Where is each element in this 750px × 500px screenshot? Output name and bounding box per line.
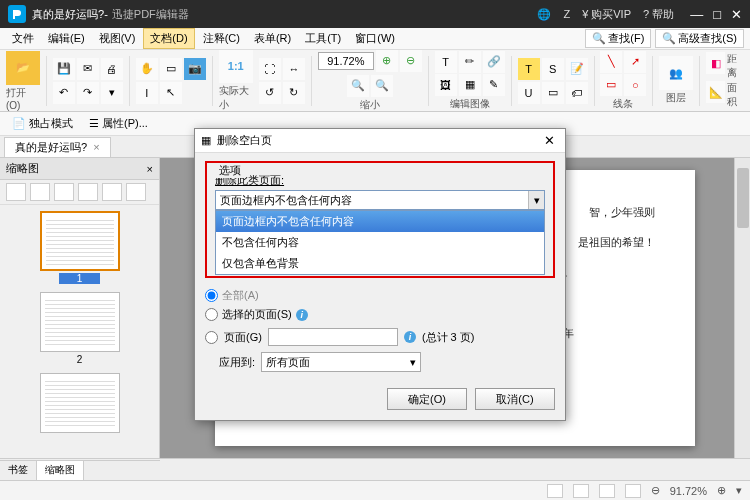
radio-selected[interactable]: [205, 308, 218, 321]
menu-view[interactable]: 视图(V): [93, 29, 142, 48]
status-zoom-dropdown-icon[interactable]: ▾: [736, 484, 742, 497]
zoom-input[interactable]: [318, 52, 374, 70]
cancel-button[interactable]: 取消(C): [475, 388, 555, 410]
rotate-left-icon[interactable]: ↺: [259, 82, 281, 104]
user-label[interactable]: Z: [563, 8, 570, 20]
thumbnails-panel[interactable]: 1 2: [0, 205, 159, 458]
buy-vip-button[interactable]: ¥ 购买VIP: [582, 7, 631, 22]
menu-window[interactable]: 窗口(W): [349, 29, 401, 48]
radio-all[interactable]: [205, 289, 218, 302]
dialog-titlebar[interactable]: ▦ 删除空白页 ✕: [195, 129, 565, 153]
marquee-zoom-icon[interactable]: 🔍: [371, 75, 393, 97]
menu-file[interactable]: 文件: [6, 29, 40, 48]
fit-width-icon[interactable]: ↔: [283, 58, 305, 80]
help-button[interactable]: ? 帮助: [643, 7, 674, 22]
minimize-button[interactable]: —: [690, 7, 703, 22]
edit-text-icon[interactable]: T: [435, 51, 457, 73]
status-zoom-out-icon[interactable]: ⊖: [651, 484, 660, 497]
apply-to-select[interactable]: 所有页面 ▾: [261, 352, 421, 372]
arrow-icon[interactable]: ➚: [624, 51, 646, 73]
fit-page-icon[interactable]: ⛶: [259, 58, 281, 80]
tab-close-icon[interactable]: ×: [93, 141, 99, 153]
option-no-content[interactable]: 不包含任何内容: [216, 232, 544, 253]
menu-comment[interactable]: 注释(C): [197, 29, 246, 48]
zoom-out-icon[interactable]: ⊖: [400, 50, 422, 72]
circle-icon[interactable]: ○: [624, 74, 646, 96]
thumb-tool-5[interactable]: [102, 183, 122, 201]
eraser-icon[interactable]: ◧: [706, 52, 725, 74]
exclusive-mode-button[interactable]: 📄 独占模式: [8, 115, 77, 132]
pages-input[interactable]: [268, 328, 398, 346]
info-icon-2[interactable]: i: [404, 331, 416, 343]
mail-icon[interactable]: ✉: [77, 58, 99, 80]
adv-find-button[interactable]: 🔍高级查找(S): [655, 29, 744, 48]
globe-icon[interactable]: 🌐: [537, 8, 551, 21]
option-bbox-empty[interactable]: 页面边框内不包含任何内容: [216, 211, 544, 232]
rotate-right-icon[interactable]: ↻: [283, 82, 305, 104]
thumbnail-3[interactable]: [35, 373, 125, 433]
properties-button[interactable]: ☰ 属性(P)...: [85, 115, 152, 132]
thumb-tool-6[interactable]: [126, 183, 146, 201]
stamp-icon[interactable]: 🏷: [566, 82, 588, 104]
more-icon[interactable]: ▾: [101, 82, 123, 104]
line-icon[interactable]: ╲: [600, 51, 622, 73]
layers-button[interactable]: 👥: [659, 56, 693, 90]
view-mode-1-icon[interactable]: [547, 484, 563, 498]
form-icon[interactable]: ▦: [459, 74, 481, 96]
vertical-scrollbar[interactable]: [734, 158, 750, 458]
menu-edit[interactable]: 编辑(E): [42, 29, 91, 48]
radio-pages[interactable]: [205, 331, 218, 344]
thumbnail-1[interactable]: 1: [35, 211, 125, 284]
textbox-icon[interactable]: ▭: [542, 82, 564, 104]
print-icon[interactable]: 🖨: [101, 58, 123, 80]
menu-document[interactable]: 文档(D): [143, 28, 194, 49]
close-button[interactable]: ✕: [731, 7, 742, 22]
info-icon[interactable]: i: [296, 309, 308, 321]
sign-icon[interactable]: ✎: [483, 74, 505, 96]
thumb-tool-4[interactable]: [78, 183, 98, 201]
select-icon[interactable]: ▭: [160, 58, 182, 80]
cursor-icon[interactable]: ↖: [160, 82, 182, 104]
zoom-in-icon[interactable]: ⊕: [376, 50, 398, 72]
undo-icon[interactable]: ↶: [53, 82, 75, 104]
ok-button[interactable]: 确定(O): [387, 388, 467, 410]
document-tab[interactable]: 真的是好运吗? ×: [4, 137, 111, 157]
underline-icon[interactable]: U: [518, 82, 540, 104]
note-icon[interactable]: 📝: [566, 58, 588, 80]
sidebar-close-icon[interactable]: ×: [147, 163, 153, 175]
open-button[interactable]: 📂: [6, 51, 40, 85]
thumb-tool-3[interactable]: [54, 183, 74, 201]
delete-type-input[interactable]: [215, 190, 545, 210]
edit-object-icon[interactable]: ✏: [459, 51, 481, 73]
hand-icon[interactable]: ✋: [136, 58, 158, 80]
snapshot-icon[interactable]: 📷: [184, 58, 206, 80]
text-select-icon[interactable]: I: [136, 82, 158, 104]
tab-thumbnails[interactable]: 缩略图: [37, 461, 84, 480]
thumb-tool-1[interactable]: [6, 183, 26, 201]
option-solid-bg[interactable]: 仅包含单色背景: [216, 253, 544, 274]
status-zoom-in-icon[interactable]: ⊕: [717, 484, 726, 497]
zoom-tool-icon[interactable]: 🔍: [347, 75, 369, 97]
rect-icon[interactable]: ▭: [600, 74, 622, 96]
view-mode-4-icon[interactable]: [625, 484, 641, 498]
combo-dropdown-icon[interactable]: ▾: [528, 191, 544, 209]
view-mode-2-icon[interactable]: [573, 484, 589, 498]
dialog-close-button[interactable]: ✕: [540, 133, 559, 148]
save-icon[interactable]: 💾: [53, 58, 75, 80]
strike-icon[interactable]: S: [542, 58, 564, 80]
maximize-button[interactable]: □: [713, 7, 721, 22]
real-size-button[interactable]: 1:1: [219, 50, 253, 83]
thumbnail-2[interactable]: 2: [35, 292, 125, 365]
thumb-tool-2[interactable]: [30, 183, 50, 201]
redo-icon[interactable]: ↷: [77, 82, 99, 104]
find-button[interactable]: 🔍查找(F): [585, 29, 651, 48]
image-icon[interactable]: 🖼: [435, 74, 457, 96]
highlight-icon[interactable]: T: [518, 58, 540, 80]
view-mode-3-icon[interactable]: [599, 484, 615, 498]
menu-form[interactable]: 表单(R): [248, 29, 297, 48]
link-icon[interactable]: 🔗: [483, 51, 505, 73]
delete-type-combo[interactable]: ▾ 页面边框内不包含任何内容 不包含任何内容 仅包含单色背景: [215, 190, 545, 210]
measure-icon[interactable]: 📐: [706, 81, 725, 103]
tab-bookmark[interactable]: 书签: [0, 461, 37, 480]
menu-tools[interactable]: 工具(T): [299, 29, 347, 48]
